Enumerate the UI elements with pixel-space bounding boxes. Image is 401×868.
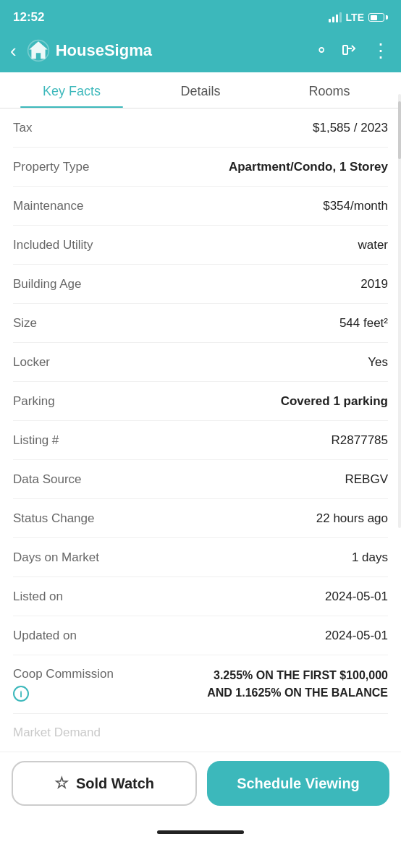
row-days-on-market: Days on Market 1 days [13, 538, 388, 577]
sold-watch-button[interactable]: ☆ Sold Watch [12, 761, 197, 806]
signal-icon [329, 12, 342, 22]
row-coop-commission: Coop Commission i 3.255% ON THE FIRST $1… [13, 655, 388, 714]
value-updated-on: 2024-05-01 [100, 629, 388, 643]
header-actions: ⚬ ⋮ [315, 40, 391, 62]
search-icon[interactable]: ⚬ [315, 41, 328, 60]
bottom-action-bar: ☆ Sold Watch Schedule Viewing [0, 752, 401, 826]
coop-label-block: Coop Commission i [13, 667, 114, 702]
key-facts-content: Tax $1,585 / 2023 Property Type Apartmen… [0, 109, 401, 752]
value-tax: $1,585 / 2023 [100, 121, 388, 135]
home-bar [157, 830, 244, 834]
row-included-utility: Included Utility water [13, 226, 388, 265]
label-size: Size [13, 316, 93, 331]
value-size: 544 feet² [100, 316, 388, 331]
more-options-icon[interactable]: ⋮ [371, 40, 391, 62]
row-property-type: Property Type Apartment/Condo, 1 Storey [13, 148, 388, 187]
status-time: 12:52 [13, 10, 44, 25]
share-icon[interactable] [341, 40, 358, 61]
home-indicator [0, 826, 401, 837]
tab-rooms[interactable]: Rooms [265, 72, 394, 108]
label-parking: Parking [13, 394, 93, 409]
row-market-demand: Market Demand [13, 714, 388, 752]
schedule-viewing-button[interactable]: Schedule Viewing [207, 761, 389, 806]
label-days-on-market: Days on Market [13, 550, 99, 565]
star-icon: ☆ [54, 774, 69, 793]
housesigma-logo-icon [27, 39, 50, 62]
label-included-utility: Included Utility [13, 238, 93, 252]
header: ‹ HouseSigma ⚬ ⋮ [0, 32, 401, 72]
label-maintenance: Maintenance [13, 199, 93, 213]
svg-rect-1 [343, 46, 347, 54]
value-parking: Covered 1 parking [100, 394, 388, 409]
row-status-change: Status Change 22 hours ago [13, 499, 388, 538]
value-included-utility: water [101, 238, 388, 252]
scroll-thumb[interactable] [398, 101, 401, 159]
value-days-on-market: 1 days [106, 550, 388, 565]
schedule-viewing-label: Schedule Viewing [237, 775, 360, 792]
row-data-source: Data Source REBGV [13, 460, 388, 499]
row-parking: Parking Covered 1 parking [13, 382, 388, 421]
row-locker: Locker Yes [13, 343, 388, 382]
value-property-type: Apartment/Condo, 1 Storey [100, 160, 388, 174]
coop-commission-value: 3.255% ON THE FIRST $100,000 AND 1.1625%… [121, 667, 388, 702]
label-locker: Locker [13, 355, 93, 370]
value-data-source: REBGV [100, 472, 388, 487]
row-listed-on: Listed on 2024-05-01 [13, 577, 388, 616]
label-status-change: Status Change [13, 511, 94, 526]
sold-watch-label: Sold Watch [76, 775, 154, 792]
row-maintenance: Maintenance $354/month [13, 187, 388, 226]
row-tax: Tax $1,585 / 2023 [13, 109, 388, 148]
label-building-age: Building Age [13, 277, 93, 292]
header-logo: HouseSigma [27, 39, 308, 62]
label-coop-commission: Coop Commission [13, 667, 114, 681]
value-status-change: 22 hours ago [101, 511, 388, 526]
lte-label: LTE [346, 12, 364, 23]
value-building-age: 2019 [100, 277, 388, 292]
row-building-age: Building Age 2019 [13, 265, 388, 304]
scroll-track [398, 94, 401, 528]
row-listing-number: Listing # R2877785 [13, 421, 388, 460]
row-updated-on: Updated on 2024-05-01 [13, 616, 388, 655]
value-listing-number: R2877785 [100, 433, 388, 448]
value-locker: Yes [100, 355, 388, 370]
coop-info-button[interactable]: i [13, 686, 29, 702]
status-icons: LTE [329, 12, 388, 23]
value-maintenance: $354/month [100, 199, 388, 213]
label-listed-on: Listed on [13, 590, 93, 604]
label-data-source: Data Source [13, 472, 93, 487]
label-market-demand: Market Demand [13, 726, 101, 740]
label-listing-number: Listing # [13, 433, 93, 448]
status-bar: 12:52 LTE [0, 0, 401, 32]
label-tax: Tax [13, 121, 93, 135]
back-button[interactable]: ‹ [10, 40, 17, 62]
label-property-type: Property Type [13, 160, 93, 174]
row-size: Size 544 feet² [13, 304, 388, 343]
tab-details[interactable]: Details [136, 72, 265, 108]
battery-icon [368, 13, 388, 22]
app-title: HouseSigma [56, 41, 152, 60]
tab-key-facts[interactable]: Key Facts [7, 72, 136, 108]
value-listed-on: 2024-05-01 [100, 590, 388, 604]
label-updated-on: Updated on [13, 629, 93, 643]
tabs-bar: Key Facts Details Rooms [0, 72, 401, 109]
